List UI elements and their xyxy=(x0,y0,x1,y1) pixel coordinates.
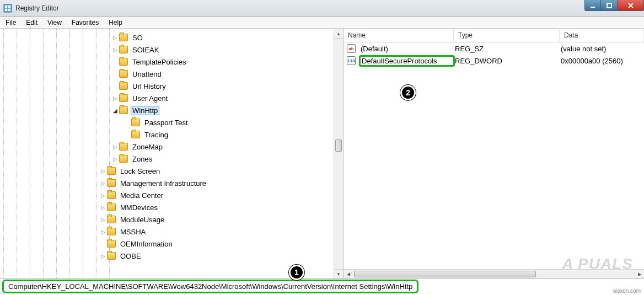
tree-item[interactable]: Tracing xyxy=(2,128,343,141)
scroll-thumb-horizontal[interactable] xyxy=(354,271,536,277)
tree-item[interactable]: Unattend xyxy=(2,68,343,80)
folder-icon xyxy=(107,191,116,199)
binary-value-icon: 110 xyxy=(347,56,356,65)
svg-rect-1 xyxy=(5,6,7,8)
scroll-up-arrow-icon[interactable]: ▲ xyxy=(334,29,343,39)
tree-item[interactable]: Url History xyxy=(2,80,343,92)
menu-edit[interactable]: Edit xyxy=(26,19,37,26)
tree-item-label: Unattend xyxy=(131,69,163,79)
values-horizontal-scrollbar[interactable]: ◀ ▶ xyxy=(344,269,644,278)
tree-item[interactable]: ▷MSSHA xyxy=(2,226,343,238)
menu-view[interactable]: View xyxy=(47,19,62,26)
main-split: ▷SO▷SOIEAKTemplatePoliciesUnattendUrl Hi… xyxy=(0,29,644,278)
tree-item-label: Zones xyxy=(131,154,154,164)
collapse-icon[interactable]: ◢ xyxy=(111,108,119,114)
tree-item[interactable]: ◢WinHttp xyxy=(2,104,343,116)
tree-item[interactable]: Passport Test xyxy=(2,116,343,128)
scroll-down-arrow-icon[interactable]: ▼ xyxy=(334,269,343,278)
svg-rect-4 xyxy=(8,9,10,11)
folder-icon xyxy=(107,216,116,223)
folder-icon xyxy=(119,94,128,102)
tree-item-label: Media Center xyxy=(119,191,165,200)
folder-icon xyxy=(107,240,116,248)
minimize-button[interactable] xyxy=(584,0,601,11)
tree-item-label: Management Infrastructure xyxy=(119,179,208,188)
folder-icon xyxy=(107,179,116,187)
value-row[interactable]: 110DefaultSecureProtocolsREG_DWORD0x0000… xyxy=(344,55,644,67)
column-header-data[interactable]: Data xyxy=(560,29,644,42)
minimize-icon xyxy=(590,3,595,8)
folder-icon xyxy=(119,82,128,90)
expand-icon[interactable]: ▷ xyxy=(111,47,119,53)
maximize-button[interactable] xyxy=(601,0,618,11)
expand-icon[interactable]: ▷ xyxy=(99,205,107,211)
expand-icon[interactable]: ▷ xyxy=(111,144,119,150)
expand-icon[interactable]: ▷ xyxy=(99,253,107,259)
tree-pane: ▷SO▷SOIEAKTemplatePoliciesUnattendUrl Hi… xyxy=(0,29,344,278)
menu-file[interactable]: File xyxy=(6,19,16,26)
values-header: Name Type Data xyxy=(344,29,644,42)
maximize-icon xyxy=(607,3,612,8)
expand-icon[interactable]: ▷ xyxy=(99,168,107,174)
tree-item-label: ModuleUsage xyxy=(119,215,166,224)
values-pane: Name Type Data ab(Default)REG_SZ(value n… xyxy=(344,29,644,278)
window-title: Registry Editor xyxy=(15,4,59,12)
registry-tree[interactable]: ▷SO▷SOIEAKTemplatePoliciesUnattendUrl Hi… xyxy=(0,29,343,264)
tree-item[interactable]: ▷ModuleUsage xyxy=(2,213,343,226)
column-header-type[interactable]: Type xyxy=(454,29,560,42)
scroll-left-arrow-icon[interactable]: ◀ xyxy=(344,270,353,278)
values-list[interactable]: ab(Default)REG_SZ(value not set)110Defau… xyxy=(344,42,644,67)
expand-icon[interactable]: ▷ xyxy=(99,180,107,186)
folder-icon xyxy=(119,106,128,114)
scroll-track[interactable] xyxy=(353,270,635,278)
tree-item[interactable]: ▷SO xyxy=(2,31,343,44)
value-name: DefaultSecureProtocols xyxy=(359,55,455,67)
folder-icon xyxy=(131,131,140,138)
scroll-thumb[interactable] xyxy=(335,140,342,152)
tree-item[interactable]: ▷Media Center xyxy=(2,189,343,201)
tree-item-label: Passport Test xyxy=(143,118,190,127)
folder-icon xyxy=(107,228,116,235)
scroll-right-arrow-icon[interactable]: ▶ xyxy=(635,270,644,278)
close-button[interactable] xyxy=(618,0,644,11)
tree-item-label: Tracing xyxy=(143,130,170,140)
value-name: (Default) xyxy=(359,44,455,53)
folder-icon xyxy=(119,34,128,41)
value-row[interactable]: ab(Default)REG_SZ(value not set) xyxy=(344,42,644,55)
expand-icon[interactable]: ▷ xyxy=(99,192,107,199)
tree-item[interactable]: ▷Lock Screen xyxy=(2,165,343,177)
tree-item[interactable]: ▷ZoneMap xyxy=(2,141,343,153)
tree-item-label: SOIEAK xyxy=(131,45,160,55)
menu-favorites[interactable]: Favorites xyxy=(72,19,99,26)
tree-item[interactable]: ▷MMDevices xyxy=(2,201,343,213)
status-bar: Computer\HKEY_LOCAL_MACHINE\SOFTWARE\Wow… xyxy=(0,278,644,294)
tree-item-label: MSSHA xyxy=(119,227,147,237)
svg-rect-6 xyxy=(607,3,611,8)
tree-vertical-scrollbar[interactable]: ▲ ▼ xyxy=(334,29,343,278)
tree-item[interactable]: ▷Zones xyxy=(2,153,343,165)
value-type: REG_DWORD xyxy=(455,57,561,65)
tree-item-label: SO xyxy=(131,33,144,42)
tree-item[interactable]: ▷SOIEAK xyxy=(2,44,343,56)
string-value-icon: ab xyxy=(347,44,356,53)
annotation-badge-2: 2 xyxy=(400,85,416,100)
tree-item[interactable]: OEMInformation xyxy=(2,238,343,250)
folder-icon xyxy=(107,203,116,211)
folder-icon xyxy=(119,70,128,78)
tree-item[interactable]: ▷Management Infrastructure xyxy=(2,177,343,189)
tree-item[interactable]: TemplatePolicies xyxy=(2,56,343,68)
tree-item-label: User Agent xyxy=(131,94,169,103)
folder-icon xyxy=(119,143,128,151)
tree-item-label: MMDevices xyxy=(119,203,159,212)
tree-item[interactable]: ▷User Agent xyxy=(2,92,343,104)
expand-icon[interactable]: ▷ xyxy=(111,95,119,101)
tree-item[interactable]: ▷OOBE xyxy=(2,250,343,262)
tree-item-label: Lock Screen xyxy=(119,167,162,176)
expand-icon[interactable]: ▷ xyxy=(111,35,119,41)
tree-item-label: TemplatePolicies xyxy=(131,57,188,67)
expand-icon[interactable]: ▷ xyxy=(111,156,119,162)
column-header-name[interactable]: Name xyxy=(344,29,454,42)
menu-help[interactable]: Help xyxy=(109,19,122,26)
expand-icon[interactable]: ▷ xyxy=(99,217,107,223)
expand-icon[interactable]: ▷ xyxy=(99,229,107,235)
